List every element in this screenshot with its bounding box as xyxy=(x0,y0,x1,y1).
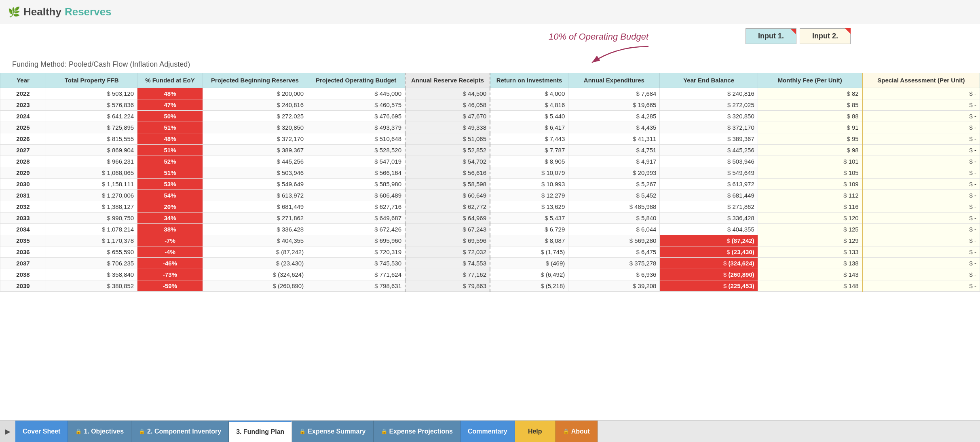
table-wrapper[interactable]: Year Total Property FFB % Funded at EoY … xyxy=(0,73,980,420)
main-content: Year Total Property FFB % Funded at EoY … xyxy=(0,73,980,420)
tab-objectives[interactable]: 🔒1. Objectives xyxy=(68,421,131,442)
table-row: 2022$ 503,12048%$ 200,000$ 445,000$ 44,5… xyxy=(0,88,980,99)
pct-funded-cell: 38% xyxy=(137,223,203,235)
logo: 🌿 HealthyReserves xyxy=(8,6,112,18)
tab-label: 3. Funding Plan xyxy=(236,428,284,436)
pct-funded-cell: -46% xyxy=(137,257,203,269)
year-end-cell: $ 271,862 xyxy=(660,201,758,212)
tab-label: Commentary xyxy=(468,428,507,435)
year-end-cell: $ (260,890) xyxy=(660,269,758,280)
logo-icon: 🌿 xyxy=(8,6,20,18)
col-year: Year xyxy=(0,73,46,88)
col-monthly-fee: Monthly Fee (Per Unit) xyxy=(758,73,862,88)
table-row: 2036$ 655,590-4%$ (87,242)$ 720,319$ 72,… xyxy=(0,246,980,257)
annotation-arrow xyxy=(584,44,665,67)
tab-label: Expense Summary xyxy=(308,428,365,435)
annotation-text: 10% of Operating Budget xyxy=(549,32,648,42)
pct-funded-cell: -73% xyxy=(137,269,203,280)
tab-label: 1. Objectives xyxy=(84,428,124,435)
pct-funded-cell: 53% xyxy=(137,178,203,189)
pct-funded-cell: 48% xyxy=(137,133,203,144)
pct-funded-cell: -59% xyxy=(137,280,203,291)
input1-label: Input 1. xyxy=(746,28,796,44)
year-end-cell: $ (23,430) xyxy=(660,246,758,257)
tab-label: Cover Sheet xyxy=(23,428,60,435)
pct-funded-cell: 51% xyxy=(137,122,203,133)
table-row: 2039$ 380,852-59%$ (260,890)$ 798,631$ 7… xyxy=(0,280,980,291)
tab-label: About xyxy=(571,428,590,435)
year-end-cell: $ 681,449 xyxy=(660,189,758,201)
app-container: 🌿 HealthyReserves 10% of Operating Budge… xyxy=(0,0,980,442)
tab-label: 2. Component Inventory xyxy=(147,428,221,435)
pct-funded-cell: 34% xyxy=(137,212,203,223)
pct-funded-cell: 48% xyxy=(137,88,203,99)
lock-icon: 🔒 xyxy=(139,428,145,434)
pct-funded-cell: 51% xyxy=(137,167,203,178)
year-end-cell: $ 272,025 xyxy=(660,99,758,110)
table-row: 2028$ 966,23152%$ 445,256$ 547,019$ 54,7… xyxy=(0,156,980,167)
year-end-cell: $ 613,972 xyxy=(660,178,758,189)
year-end-cell: $ 404,355 xyxy=(660,223,758,235)
table-row: 2026$ 815,55548%$ 372,170$ 510,648$ 51,0… xyxy=(0,133,980,144)
tab-cover-sheet[interactable]: Cover Sheet xyxy=(15,421,68,442)
logo-healthy: Healthy xyxy=(23,6,61,18)
col-pct-funded: % Funded at EoY xyxy=(137,73,203,88)
data-table: Year Total Property FFB % Funded at EoY … xyxy=(0,73,980,292)
table-row: 2038$ 358,840-73%$ (324,624)$ 771,624$ 7… xyxy=(0,269,980,280)
annotation-area: 10% of Operating Budget Input 1. Input 2… xyxy=(0,24,980,73)
tab-about[interactable]: 🔒About xyxy=(555,421,598,442)
lock-icon: 🔒 xyxy=(563,428,569,434)
year-end-cell: $ 549,649 xyxy=(660,167,758,178)
tab-bar: ▶ Cover Sheet🔒1. Objectives🔒2. Component… xyxy=(0,420,980,442)
pct-funded-cell: -4% xyxy=(137,246,203,257)
year-end-cell: $ (225,453) xyxy=(660,280,758,291)
tab-commentary[interactable]: Commentary xyxy=(460,421,515,442)
table-row: 2032$ 1,388,12720%$ 681,449$ 627,716$ 62… xyxy=(0,201,980,212)
year-end-cell: $ 389,367 xyxy=(660,133,758,144)
tab-label: Help xyxy=(528,428,542,435)
table-row: 2031$ 1,270,00654%$ 613,972$ 606,489$ 60… xyxy=(0,189,980,201)
col-proj-op: Projected Operating Budget xyxy=(307,73,405,88)
pct-funded-cell: 50% xyxy=(137,110,203,122)
tab-label: Expense Projections xyxy=(389,428,453,435)
logo-reserves: Reserves xyxy=(65,6,112,18)
tab-expense-summary[interactable]: 🔒Expense Summary xyxy=(292,421,373,442)
pct-funded-cell: 47% xyxy=(137,99,203,110)
pct-funded-cell: 54% xyxy=(137,189,203,201)
tab-help[interactable]: Help xyxy=(515,421,555,442)
lock-icon: 🔒 xyxy=(381,428,387,434)
year-end-cell: $ (87,242) xyxy=(660,235,758,246)
lock-icon: 🔒 xyxy=(299,428,306,434)
pct-funded-cell: 51% xyxy=(137,144,203,156)
col-year-end: Year End Balance xyxy=(660,73,758,88)
col-roi: Return on Investments xyxy=(490,73,568,88)
tab-expense-projections[interactable]: 🔒Expense Projections xyxy=(374,421,460,442)
tab-funding-plan[interactable]: 3. Funding Plan xyxy=(229,421,292,442)
tab-prev-button[interactable]: ▶ xyxy=(0,421,15,442)
lock-icon: 🔒 xyxy=(75,428,82,434)
year-end-cell: $ 372,170 xyxy=(660,122,758,133)
year-end-cell: $ 445,256 xyxy=(660,144,758,156)
table-row: 2027$ 869,90451%$ 389,367$ 528,520$ 52,8… xyxy=(0,144,980,156)
table-row: 2034$ 1,078,21438%$ 336,428$ 672,426$ 67… xyxy=(0,223,980,235)
table-row: 2024$ 641,22450%$ 272,025$ 476,695$ 47,6… xyxy=(0,110,980,122)
year-end-cell: $ 503,946 xyxy=(660,156,758,167)
input2-label: Input 2. xyxy=(800,28,851,44)
funding-method: Funding Method: Pooled/Cash Flow (Inflat… xyxy=(12,60,190,69)
col-annual-exp: Annual Expenditures xyxy=(568,73,660,88)
tab-component-inventory[interactable]: 🔒2. Component Inventory xyxy=(131,421,229,442)
year-end-cell: $ 320,850 xyxy=(660,110,758,122)
year-end-cell: $ 240,816 xyxy=(660,88,758,99)
table-row: 2035$ 1,170,378-7%$ 404,355$ 695,960$ 69… xyxy=(0,235,980,246)
year-end-cell: $ 336,428 xyxy=(660,212,758,223)
col-annual-res: Annual Reserve Receipts xyxy=(405,73,490,88)
table-row: 2025$ 725,89551%$ 320,850$ 493,379$ 49,3… xyxy=(0,122,980,133)
col-special: Special Assessment (Per Unit) xyxy=(862,73,980,88)
pct-funded-cell: 52% xyxy=(137,156,203,167)
table-row: 2023$ 576,83647%$ 240,816$ 460,575$ 46,0… xyxy=(0,99,980,110)
year-end-cell: $ (324,624) xyxy=(660,257,758,269)
col-proj-begin: Projected Beginning Reserves xyxy=(203,73,307,88)
pct-funded-cell: -7% xyxy=(137,235,203,246)
table-row: 2029$ 1,068,06551%$ 503,946$ 566,164$ 56… xyxy=(0,167,980,178)
header: 🌿 HealthyReserves xyxy=(0,0,980,24)
